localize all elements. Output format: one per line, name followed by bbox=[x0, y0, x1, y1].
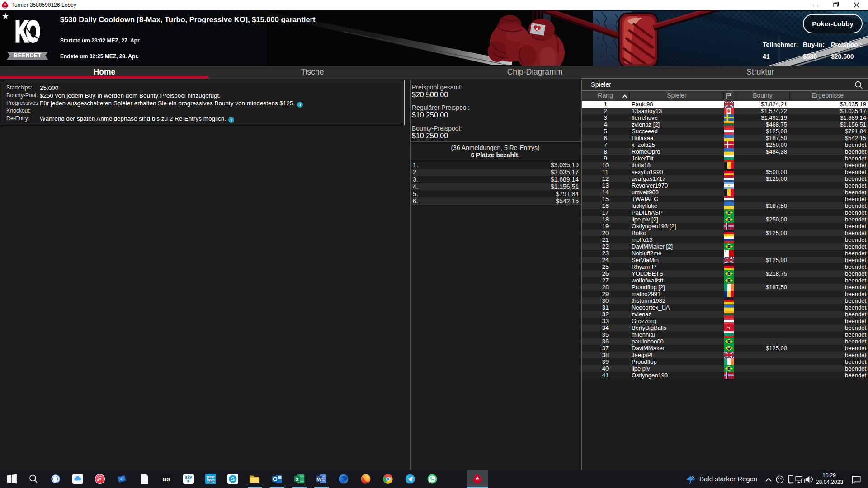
svg-text:GG: GG bbox=[162, 477, 170, 482]
svg-text:video: video bbox=[207, 479, 215, 482]
svg-text:X: X bbox=[296, 477, 299, 482]
svg-text:S: S bbox=[231, 476, 235, 483]
svg-text:sky: sky bbox=[185, 475, 192, 479]
svg-text:W: W bbox=[317, 477, 322, 482]
